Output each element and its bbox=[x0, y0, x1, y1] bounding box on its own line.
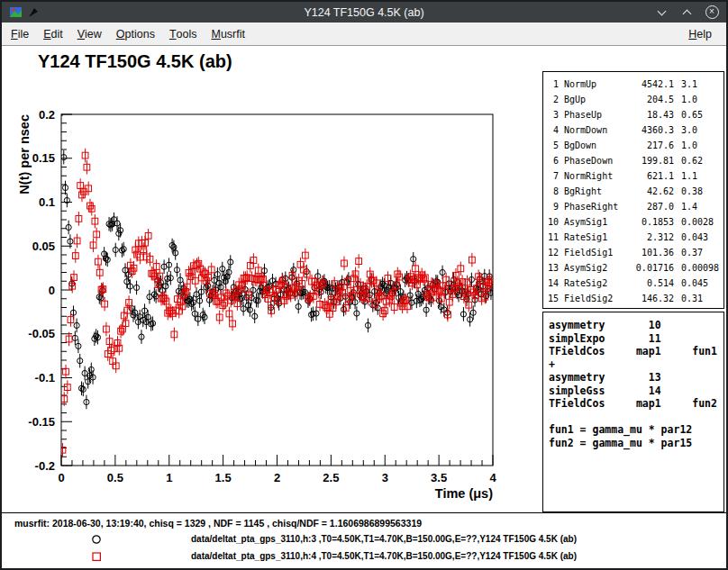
chevron-up-icon bbox=[682, 9, 691, 18]
param-name: BgRight bbox=[564, 184, 627, 199]
param-error: 0.31 bbox=[681, 291, 703, 306]
legend-item: data/deltat_pta_gps_3110,h:4 ,T0=4.50K,T… bbox=[2, 547, 726, 565]
param-error: 0.38 bbox=[681, 184, 703, 199]
theory-box: asymmetry 10 simplExpo 11 TFieldCos map1… bbox=[542, 312, 724, 512]
titlebar-icons bbox=[9, 5, 40, 19]
param-value: 0.1853 bbox=[627, 214, 674, 230]
x-tick-label: 0 bbox=[58, 471, 64, 484]
menu-item-edit[interactable]: Edit bbox=[36, 23, 70, 45]
parameter-row: 6PhaseDown199.810.62 bbox=[547, 153, 723, 168]
menu-item-file[interactable]: File bbox=[4, 23, 36, 45]
param-no: 1 bbox=[547, 77, 559, 92]
param-no: 12 bbox=[547, 245, 559, 260]
param-value: 4360.3 bbox=[627, 122, 674, 138]
parameter-row: 8BgRight42.620.38 bbox=[547, 184, 723, 199]
param-no: 15 bbox=[547, 291, 559, 306]
param-no: 4 bbox=[547, 122, 559, 138]
y-tick-label: 0 bbox=[49, 284, 55, 297]
param-error: 0.65 bbox=[681, 107, 703, 122]
param-no: 6 bbox=[547, 153, 559, 168]
menu-item-musrfit[interactable]: Musrfit bbox=[204, 23, 252, 45]
param-value: 287.0 bbox=[627, 199, 674, 214]
param-no: 2 bbox=[547, 92, 559, 107]
x-tick-label: 0.5 bbox=[107, 471, 123, 484]
y-tick-label: 0.05 bbox=[32, 240, 55, 253]
x-tick-label: 3.5 bbox=[431, 471, 447, 484]
window-controls: × bbox=[654, 5, 719, 20]
param-value: 101.36 bbox=[627, 245, 674, 260]
menubar: FileEditViewOptionsToolsMusrfit Help bbox=[2, 23, 726, 46]
plot-canvas[interactable]: 00.511.522.533.540.20.150.10.050-0.05-0.… bbox=[2, 46, 533, 510]
parameter-row: 14RateSig20.5140.045 bbox=[547, 276, 723, 291]
maximize-button[interactable] bbox=[679, 5, 694, 20]
pin-icon bbox=[28, 6, 40, 18]
y-tick-label: 0.1 bbox=[39, 195, 55, 209]
param-error: 0.00098 bbox=[681, 260, 719, 276]
menu-right: Help bbox=[681, 23, 724, 45]
window-title: Y124 TF150G 4.5K (ab) bbox=[2, 6, 726, 19]
param-name: FieldSig2 bbox=[564, 291, 627, 306]
y-tick-label: -0.05 bbox=[28, 327, 55, 340]
param-error: 0.37 bbox=[681, 245, 703, 260]
param-value: 204.5 bbox=[627, 92, 674, 107]
x-tick-label: 2 bbox=[274, 471, 280, 484]
param-no: 8 bbox=[547, 184, 559, 199]
parameter-row: 12FieldSig1101.360.37 bbox=[547, 245, 723, 260]
param-name: PhaseRight bbox=[564, 199, 627, 214]
parameter-row: 2BgUp204.51.0 bbox=[547, 92, 723, 107]
param-error: 1.1 bbox=[681, 168, 697, 184]
menu-item-view[interactable]: View bbox=[70, 23, 109, 45]
param-value: 0.01716 bbox=[627, 260, 674, 276]
param-no: 11 bbox=[547, 230, 559, 245]
param-no: 5 bbox=[547, 138, 559, 153]
menu-item-tools[interactable]: Tools bbox=[162, 23, 205, 45]
canvas-area[interactable]: Y124 TF150G 4.5K (ab) 00.511.522.533.540… bbox=[2, 46, 726, 568]
param-error: 1.0 bbox=[681, 92, 697, 107]
param-no: 14 bbox=[547, 276, 559, 291]
separator bbox=[2, 512, 726, 513]
parameter-row: 9PhaseRight287.01.4 bbox=[547, 199, 723, 214]
menu-item-help[interactable]: Help bbox=[681, 23, 719, 45]
titlebar[interactable]: Y124 TF150G 4.5K (ab) × bbox=[2, 2, 726, 23]
param-value: 0.514 bbox=[627, 276, 674, 291]
x-tick-label: 3 bbox=[382, 471, 388, 484]
param-error: 1.0 bbox=[681, 138, 697, 153]
param-name: BgDown bbox=[564, 138, 627, 153]
legend-item: data/deltat_pta_gps_3110,h:3 ,T0=4.50K,T… bbox=[2, 530, 726, 547]
parameter-row: 5BgDown217.61.0 bbox=[547, 138, 723, 153]
minimize-button[interactable] bbox=[654, 5, 669, 20]
parameter-row: 13AsymSig20.017160.00098 bbox=[547, 260, 723, 276]
param-value: 146.32 bbox=[627, 291, 674, 306]
param-name: BgUp bbox=[564, 92, 627, 107]
x-tick-label: 1 bbox=[166, 471, 172, 484]
param-no: 10 bbox=[547, 214, 559, 230]
circle-x-icon: × bbox=[705, 5, 719, 19]
param-name: FieldSig1 bbox=[564, 245, 627, 260]
param-value: 4542.1 bbox=[627, 77, 674, 92]
parameter-row: 1NormUp4542.13.1 bbox=[547, 77, 723, 92]
param-error: 0.045 bbox=[681, 276, 708, 291]
parameter-row: 11RateSig12.3120.043 bbox=[547, 230, 723, 245]
y-tick-label: 0.15 bbox=[32, 151, 55, 165]
parameter-row: 7NormRight621.11.1 bbox=[547, 168, 723, 184]
legend: data/deltat_pta_gps_3110,h:3 ,T0=4.50K,T… bbox=[2, 530, 726, 565]
fit-status-line: musrfit: 2018-06-30, 13:19:40, chisq = 1… bbox=[14, 518, 422, 529]
close-button[interactable]: × bbox=[705, 5, 719, 20]
param-name: NormRight bbox=[564, 168, 627, 184]
param-error: 3.0 bbox=[681, 122, 697, 138]
param-value: 18.43 bbox=[627, 107, 674, 122]
menu-item-options[interactable]: Options bbox=[109, 23, 162, 45]
musrview-window: Y124 TF150G 4.5K (ab) × FileEditViewOpti… bbox=[0, 0, 728, 570]
param-name: RateSig1 bbox=[564, 230, 627, 245]
param-error: 1.4 bbox=[681, 199, 697, 214]
x-axis-label: Time (μs) bbox=[435, 486, 493, 501]
chevron-down-icon bbox=[657, 6, 666, 15]
y-tick-label: 0.2 bbox=[39, 108, 55, 122]
param-error: 0.043 bbox=[681, 230, 708, 245]
square-marker-icon bbox=[89, 549, 104, 564]
param-no: 13 bbox=[547, 260, 559, 276]
legend-label: data/deltat_pta_gps_3110,h:4 ,T0=4.50K,T… bbox=[191, 551, 577, 561]
param-name: AsymSig2 bbox=[564, 260, 627, 276]
param-value: 2.312 bbox=[627, 230, 674, 245]
param-no: 7 bbox=[547, 168, 559, 184]
